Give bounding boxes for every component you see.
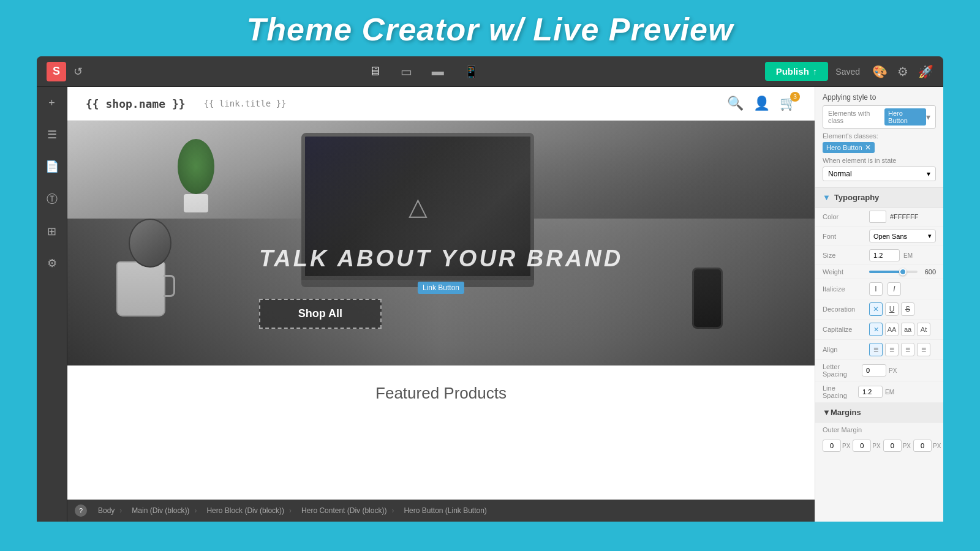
page-header: Theme Creator w/ Live Preview	[0, 0, 980, 56]
preview-nav: {{ shop.name }} {{ link.title }} 🔍 👤 🛒 3	[67, 87, 815, 121]
margin-right-unit: PX	[872, 443, 880, 449]
preview-area: {{ shop.name }} {{ link.title }} 🔍 👤 🛒 3	[67, 87, 815, 522]
featured-section: Featured Products	[67, 365, 815, 421]
sidebar-item-pages[interactable]: 📄	[42, 156, 62, 177]
sidebar-item-theme[interactable]: ⚙	[43, 253, 61, 274]
publish-button[interactable]: Publish ↑	[765, 62, 829, 81]
weight-row: Weight 600	[815, 265, 943, 279]
cap-title-btn[interactable]: At	[917, 323, 930, 336]
typography-collapse-icon: ▼	[823, 193, 831, 202]
align-buttons: ≡ ≡ ≡ ≡	[869, 343, 930, 356]
letter-spacing-unit: PX	[889, 367, 903, 374]
device-switcher: 🖥 ▭ ▬ 📱	[90, 62, 758, 81]
cap-none-btn[interactable]: ✕	[869, 323, 883, 336]
state-dropdown[interactable]: Normal ▾	[823, 167, 936, 181]
margins-section-header[interactable]: ▼ Margins	[815, 403, 943, 422]
toolbar-right: Publish ↑ Saved 🎨 ⚙ 🚀	[765, 62, 933, 81]
cart-icon[interactable]: 🛒 3	[780, 96, 796, 111]
margin-bottom-input: PX	[883, 440, 911, 452]
hero-overlay	[67, 121, 815, 365]
app-logo[interactable]: S	[47, 62, 66, 81]
shop-all-button[interactable]: Shop All	[259, 299, 382, 329]
color-swatch[interactable]	[869, 211, 886, 223]
size-label: Size	[823, 252, 865, 259]
saved-status: Saved	[835, 67, 860, 77]
hero-content: TALK ABOUT YOUR BRAND Link Button Shop A…	[259, 246, 623, 329]
featured-title: Featured Products	[86, 384, 796, 403]
undo-icon[interactable]: ↺	[74, 65, 83, 78]
letter-spacing-row: LetterSpacing PX	[815, 360, 943, 381]
letter-spacing-input[interactable]	[862, 364, 886, 377]
palette-icon[interactable]: 🎨	[872, 64, 888, 79]
website-preview: {{ shop.name }} {{ link.title }} 🔍 👤 🛒 3	[67, 87, 815, 500]
italic-italic-btn[interactable]: I	[888, 282, 901, 296]
sidebar-item-add[interactable]: +	[45, 93, 59, 113]
color-hex-value[interactable]: #FFFFFF	[890, 213, 918, 220]
breadcrumb-hero-content[interactable]: Hero Content (Div (block))	[296, 506, 399, 515]
left-sidebar: + ☰ 📄 Ⓣ ⊞ ⚙	[37, 87, 67, 522]
page-title: Theme Creator w/ Live Preview	[0, 11, 980, 48]
state-label: When element is in state	[823, 157, 936, 164]
deco-none-btn[interactable]: ✕	[869, 302, 883, 316]
hero-section: △	[67, 121, 815, 365]
search-icon[interactable]: 🔍	[727, 96, 744, 111]
preview-link-title: {{ link.title }}	[204, 99, 287, 108]
cap-all-caps-btn[interactable]: AA	[885, 323, 899, 336]
line-spacing-input[interactable]	[858, 386, 883, 398]
desktop-icon[interactable]: 🖥	[365, 62, 385, 81]
sidebar-item-elements[interactable]: ⊞	[43, 221, 60, 242]
line-spacing-unit: EM	[885, 389, 900, 395]
font-row: Font Open Sans ▾	[815, 227, 943, 246]
align-justify-btn[interactable]: ≡	[917, 343, 930, 356]
line-spacing-row: Line Spacing EM	[815, 381, 943, 403]
margin-top-value[interactable]	[823, 440, 841, 452]
settings-icon[interactable]: ⚙	[897, 64, 908, 79]
decoration-buttons: ✕ U S	[869, 302, 914, 316]
account-icon[interactable]: 👤	[753, 96, 770, 111]
cap-lowercase-btn[interactable]: aa	[901, 323, 914, 336]
margin-bottom-value[interactable]	[883, 440, 902, 452]
deco-strikethrough-btn[interactable]: S	[901, 302, 914, 316]
breadcrumb-body[interactable]: Body	[93, 506, 127, 515]
tablet-small-icon[interactable]: ▬	[428, 62, 448, 81]
margin-left-value[interactable]	[913, 440, 932, 452]
remove-class-icon[interactable]: ✕	[865, 143, 871, 152]
help-icon[interactable]: ?	[75, 504, 87, 517]
class-selector-dropdown[interactable]: Elements with class Hero Button ▾	[823, 105, 936, 129]
breadcrumb-hero-button[interactable]: Hero Button (Link Button)	[399, 506, 491, 515]
margin-right-input: PX	[853, 440, 880, 452]
decoration-row: Decoration ✕ U S	[815, 299, 943, 320]
breadcrumb-bar: ? Body Main (Div (block)) Hero Block (Di…	[67, 500, 815, 522]
weight-slider[interactable]	[869, 271, 918, 273]
font-dropdown[interactable]: Open Sans ▾	[869, 230, 936, 242]
typography-section-header[interactable]: ▼ Typography	[815, 188, 943, 208]
align-right-btn[interactable]: ≡	[901, 343, 914, 356]
margin-bottom-unit: PX	[903, 443, 911, 449]
hero-button-class-tag[interactable]: Hero Button ✕	[823, 142, 875, 153]
typography-label: Typography	[834, 193, 879, 202]
align-center-btn[interactable]: ≡	[885, 343, 899, 356]
letter-spacing-label: LetterSpacing	[823, 363, 859, 378]
deco-underline-btn[interactable]: U	[885, 302, 899, 316]
preview-shop-name: {{ shop.name }}	[86, 97, 186, 110]
breadcrumb-hero-block[interactable]: Hero Block (Div (block))	[202, 506, 296, 515]
mobile-icon[interactable]: 📱	[460, 62, 483, 81]
toolbar: S ↺ 🖥 ▭ ▬ 📱 Publish ↑ Saved 🎨 ⚙ 🚀	[37, 56, 943, 87]
breadcrumb-main[interactable]: Main (Div (block))	[127, 506, 202, 515]
capitalize-label: Capitalize	[823, 326, 865, 333]
weight-label: Weight	[823, 268, 865, 276]
capitalize-row: Capitalize ✕ AA aa At	[815, 320, 943, 340]
sidebar-item-menu[interactable]: ☰	[43, 124, 61, 145]
tablet-large-icon[interactable]: ▭	[397, 62, 416, 81]
outer-margin-label: Outer Margin	[823, 426, 872, 433]
margin-top-unit: PX	[842, 443, 850, 449]
align-left-btn[interactable]: ≡	[869, 343, 883, 356]
size-input[interactable]	[869, 249, 900, 261]
hero-button-tag-container: Hero Button ✕	[823, 142, 936, 153]
link-button-badge[interactable]: Link Button	[418, 282, 464, 294]
italic-normal-btn[interactable]: I	[869, 282, 883, 296]
italicize-label: Italicize	[823, 285, 865, 293]
margin-right-value[interactable]	[853, 440, 871, 452]
sidebar-item-text[interactable]: Ⓣ	[43, 188, 61, 210]
rocket-icon[interactable]: 🚀	[918, 64, 933, 79]
